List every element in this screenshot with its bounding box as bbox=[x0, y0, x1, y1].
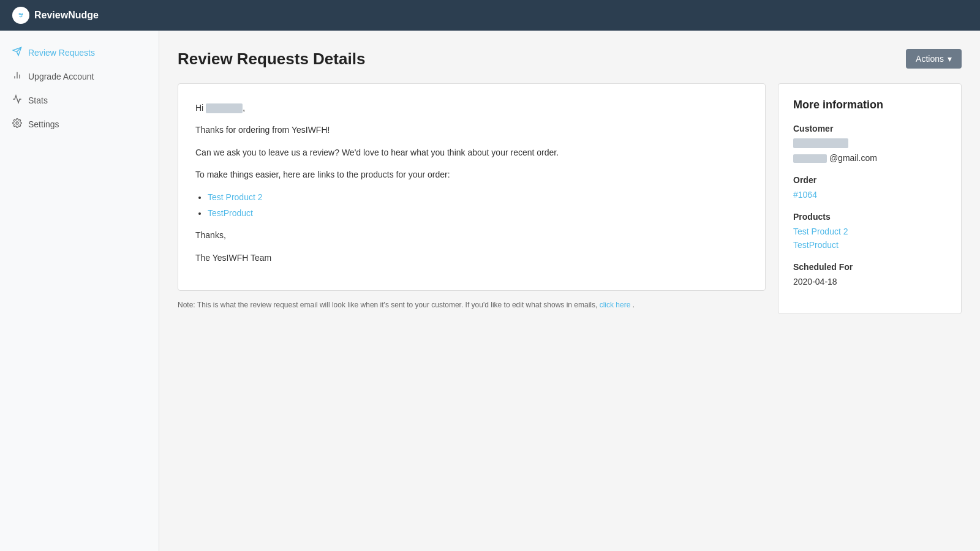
order-section-label: Order bbox=[793, 175, 946, 185]
sidebar-item-upgrade-account-label: Upgrade Account bbox=[28, 72, 94, 81]
logo-icon bbox=[12, 7, 29, 24]
scheduled-section: Scheduled For 2020-04-18 bbox=[793, 262, 946, 287]
svg-point-0 bbox=[17, 11, 26, 20]
page-title: Review Requests Details bbox=[178, 50, 365, 69]
customer-email: @gmail.com bbox=[793, 153, 946, 163]
scheduled-section-label: Scheduled For bbox=[793, 262, 946, 272]
customer-name-redacted bbox=[206, 103, 243, 113]
email-note-text: Note: This is what the review request em… bbox=[178, 301, 597, 309]
email-preview-card: Hi , Thanks for ordering from YesIWFH! C… bbox=[178, 83, 766, 291]
send-icon bbox=[12, 47, 22, 58]
customer-name-redacted-info bbox=[793, 138, 848, 148]
email-note-period: . bbox=[633, 301, 635, 309]
actions-button[interactable]: Actions bbox=[906, 49, 962, 69]
bar-chart-icon bbox=[12, 70, 22, 82]
sidebar-item-review-requests-label: Review Requests bbox=[28, 48, 95, 58]
sidebar-item-upgrade-account[interactable]: Upgrade Account bbox=[0, 64, 159, 88]
sidebar-item-settings-label: Settings bbox=[28, 119, 59, 129]
pulse-icon bbox=[12, 94, 22, 106]
svg-point-8 bbox=[16, 122, 18, 124]
email-product-link-2[interactable]: TestProduct bbox=[208, 208, 253, 218]
main-layout: Review Requests Upgrade Account Stats bbox=[0, 31, 980, 551]
products-section: Products Test Product 2 TestProduct bbox=[793, 212, 946, 250]
sidebar: Review Requests Upgrade Account Stats bbox=[0, 31, 159, 551]
sidebar-item-stats[interactable]: Stats bbox=[0, 88, 159, 112]
gear-icon bbox=[12, 118, 22, 130]
email-note: Note: This is what the review request em… bbox=[178, 301, 766, 309]
email-sign-off: Thanks, bbox=[195, 228, 748, 242]
info-product-link-2[interactable]: TestProduct bbox=[793, 240, 946, 250]
order-section: Order #1064 bbox=[793, 175, 946, 200]
email-suffix: @gmail.com bbox=[829, 153, 877, 163]
brand-logo: ReviewNudge bbox=[12, 7, 99, 24]
svg-point-2 bbox=[21, 13, 23, 15]
page-header: Review Requests Details Actions bbox=[178, 49, 962, 69]
actions-button-label: Actions bbox=[916, 54, 944, 64]
brand-name: ReviewNudge bbox=[34, 10, 99, 21]
email-product-link-1[interactable]: Test Product 2 bbox=[208, 192, 263, 202]
info-card: More information Customer @gmail.com Ord… bbox=[778, 83, 962, 314]
email-greeting: Hi , bbox=[195, 101, 748, 114]
svg-point-1 bbox=[19, 13, 20, 15]
email-note-link[interactable]: click here bbox=[600, 301, 631, 309]
email-product-item-1: Test Product 2 bbox=[208, 190, 748, 204]
email-prefix-redacted bbox=[793, 154, 827, 163]
email-preview-wrapper: Hi , Thanks for ordering from YesIWFH! C… bbox=[178, 83, 766, 309]
sidebar-item-stats-label: Stats bbox=[28, 96, 48, 105]
email-signature: The YesIWFH Team bbox=[195, 251, 748, 264]
email-product-item-2: TestProduct bbox=[208, 206, 748, 220]
info-product-link-1[interactable]: Test Product 2 bbox=[793, 227, 946, 236]
customer-section: Customer @gmail.com bbox=[793, 124, 946, 163]
info-card-title: More information bbox=[793, 99, 946, 111]
content-grid: Hi , Thanks for ordering from YesIWFH! C… bbox=[178, 83, 962, 314]
customer-section-label: Customer bbox=[793, 124, 946, 133]
email-line1: Thanks for ordering from YesIWFH! bbox=[195, 123, 748, 137]
main-content: Review Requests Details Actions Hi , Tha… bbox=[159, 31, 980, 551]
order-number-link[interactable]: #1064 bbox=[793, 190, 946, 200]
scheduled-date: 2020-04-18 bbox=[793, 277, 946, 287]
email-line3: To make things easier, here are links to… bbox=[195, 168, 748, 181]
sidebar-item-settings[interactable]: Settings bbox=[0, 112, 159, 136]
sidebar-item-review-requests[interactable]: Review Requests bbox=[0, 40, 159, 64]
topbar: ReviewNudge bbox=[0, 0, 980, 31]
email-line2: Can we ask you to leave us a review? We'… bbox=[195, 146, 748, 159]
email-product-list: Test Product 2 TestProduct bbox=[208, 190, 748, 220]
products-section-label: Products bbox=[793, 212, 946, 222]
